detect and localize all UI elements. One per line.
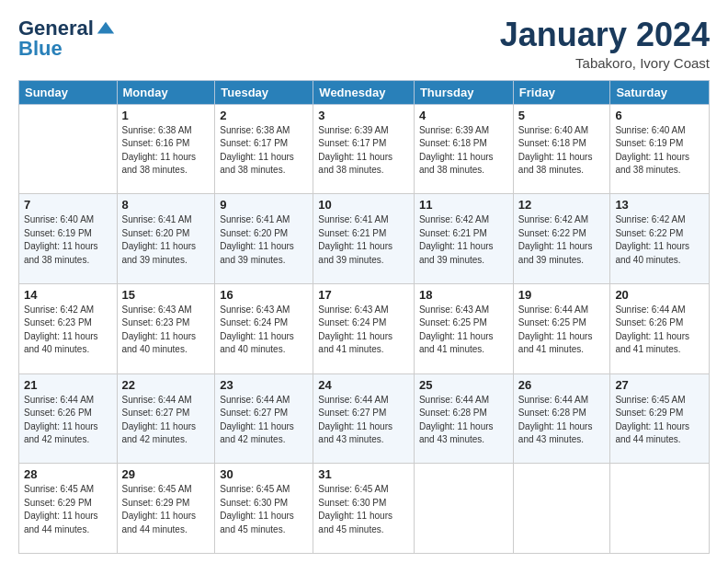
calendar-week-row: 28Sunrise: 6:45 AMSunset: 6:29 PMDayligh… <box>19 464 710 554</box>
calendar-week-row: 7Sunrise: 6:40 AMSunset: 6:19 PMDaylight… <box>19 194 710 284</box>
day-info: Sunrise: 6:44 AMSunset: 6:28 PMDaylight:… <box>419 394 508 447</box>
day-number: 24 <box>318 378 409 392</box>
day-info: Sunrise: 6:45 AMSunset: 6:29 PMDaylight:… <box>122 483 210 536</box>
table-row: 26Sunrise: 6:44 AMSunset: 6:28 PMDayligh… <box>513 373 610 464</box>
table-row: 7Sunrise: 6:40 AMSunset: 6:19 PMDaylight… <box>19 194 118 284</box>
calendar-week-row: 21Sunrise: 6:44 AMSunset: 6:26 PMDayligh… <box>19 373 710 464</box>
day-number: 22 <box>122 378 210 392</box>
day-info: Sunrise: 6:45 AMSunset: 6:30 PMDaylight:… <box>318 483 409 536</box>
table-row: 23Sunrise: 6:44 AMSunset: 6:27 PMDayligh… <box>215 373 313 464</box>
day-info: Sunrise: 6:43 AMSunset: 6:25 PMDaylight:… <box>419 304 508 357</box>
day-info: Sunrise: 6:38 AMSunset: 6:17 PMDaylight:… <box>220 124 308 178</box>
day-number: 23 <box>220 378 308 392</box>
day-info: Sunrise: 6:39 AMSunset: 6:17 PMDaylight:… <box>318 124 409 178</box>
day-info: Sunrise: 6:44 AMSunset: 6:25 PMDaylight:… <box>518 304 606 357</box>
day-info: Sunrise: 6:40 AMSunset: 6:18 PMDaylight:… <box>518 124 606 178</box>
day-number: 29 <box>122 467 210 481</box>
table-row: 1Sunrise: 6:38 AMSunset: 6:16 PMDaylight… <box>117 104 215 194</box>
table-row: 9Sunrise: 6:41 AMSunset: 6:20 PMDaylight… <box>215 194 313 284</box>
day-number: 9 <box>220 198 308 212</box>
table-row: 15Sunrise: 6:43 AMSunset: 6:23 PMDayligh… <box>117 283 215 373</box>
header-wednesday: Wednesday <box>313 80 415 104</box>
table-row: 18Sunrise: 6:43 AMSunset: 6:25 PMDayligh… <box>414 283 513 373</box>
day-info: Sunrise: 6:44 AMSunset: 6:27 PMDaylight:… <box>122 394 210 447</box>
header-friday: Friday <box>513 80 610 104</box>
day-number: 16 <box>220 288 308 302</box>
header-thursday: Thursday <box>414 80 513 104</box>
day-number: 28 <box>24 467 112 481</box>
header-tuesday: Tuesday <box>215 80 313 104</box>
calendar-subtitle: Tabakoro, Ivory Coast <box>500 55 710 71</box>
table-row: 29Sunrise: 6:45 AMSunset: 6:29 PMDayligh… <box>117 464 215 554</box>
day-number: 2 <box>220 109 308 122</box>
table-row: 17Sunrise: 6:43 AMSunset: 6:24 PMDayligh… <box>313 283 415 373</box>
table-row: 19Sunrise: 6:44 AMSunset: 6:25 PMDayligh… <box>513 283 610 373</box>
day-number: 27 <box>615 378 704 392</box>
day-number: 14 <box>24 288 112 302</box>
day-number: 11 <box>419 198 508 212</box>
day-info: Sunrise: 6:44 AMSunset: 6:27 PMDaylight:… <box>318 394 409 447</box>
day-info: Sunrise: 6:40 AMSunset: 6:19 PMDaylight:… <box>615 124 704 178</box>
day-number: 13 <box>615 198 704 212</box>
table-row: 10Sunrise: 6:41 AMSunset: 6:21 PMDayligh… <box>313 194 415 284</box>
day-info: Sunrise: 6:41 AMSunset: 6:20 PMDaylight:… <box>220 213 308 267</box>
table-row <box>19 104 118 194</box>
header-monday: Monday <box>117 80 215 104</box>
page: General Blue January 2024 Tabakoro, Ivor… <box>0 0 728 563</box>
day-info: Sunrise: 6:43 AMSunset: 6:23 PMDaylight:… <box>122 304 210 357</box>
day-number: 4 <box>419 109 508 122</box>
table-row: 14Sunrise: 6:42 AMSunset: 6:23 PMDayligh… <box>19 283 118 373</box>
table-row <box>610 464 710 554</box>
day-info: Sunrise: 6:44 AMSunset: 6:28 PMDaylight:… <box>518 394 606 447</box>
table-row: 21Sunrise: 6:44 AMSunset: 6:26 PMDayligh… <box>19 373 118 464</box>
table-row: 5Sunrise: 6:40 AMSunset: 6:18 PMDaylight… <box>513 104 610 194</box>
day-info: Sunrise: 6:42 AMSunset: 6:22 PMDaylight:… <box>615 213 704 267</box>
table-row: 22Sunrise: 6:44 AMSunset: 6:27 PMDayligh… <box>117 373 215 464</box>
day-info: Sunrise: 6:41 AMSunset: 6:20 PMDaylight:… <box>122 213 210 267</box>
table-row: 27Sunrise: 6:45 AMSunset: 6:29 PMDayligh… <box>610 373 710 464</box>
calendar-week-row: 14Sunrise: 6:42 AMSunset: 6:23 PMDayligh… <box>19 283 710 373</box>
table-row: 3Sunrise: 6:39 AMSunset: 6:17 PMDaylight… <box>313 104 415 194</box>
table-row: 24Sunrise: 6:44 AMSunset: 6:27 PMDayligh… <box>313 373 415 464</box>
table-row: 12Sunrise: 6:42 AMSunset: 6:22 PMDayligh… <box>513 194 610 284</box>
day-info: Sunrise: 6:42 AMSunset: 6:23 PMDaylight:… <box>24 304 112 357</box>
calendar-table: SundayMondayTuesdayWednesdayThursdayFrid… <box>18 80 710 554</box>
table-row: 4Sunrise: 6:39 AMSunset: 6:18 PMDaylight… <box>414 104 513 194</box>
day-number: 6 <box>615 109 704 122</box>
day-info: Sunrise: 6:38 AMSunset: 6:16 PMDaylight:… <box>122 124 210 178</box>
table-row <box>513 464 610 554</box>
day-info: Sunrise: 6:43 AMSunset: 6:24 PMDaylight:… <box>220 304 308 357</box>
logo: General Blue <box>18 17 116 61</box>
logo-icon <box>96 18 116 39</box>
day-number: 12 <box>518 198 606 212</box>
day-number: 21 <box>24 378 112 392</box>
header-sunday: Sunday <box>19 80 118 104</box>
table-row: 2Sunrise: 6:38 AMSunset: 6:17 PMDaylight… <box>215 104 313 194</box>
day-info: Sunrise: 6:39 AMSunset: 6:18 PMDaylight:… <box>419 124 508 178</box>
table-row: 8Sunrise: 6:41 AMSunset: 6:20 PMDaylight… <box>117 194 215 284</box>
day-number: 30 <box>220 467 308 481</box>
table-row <box>414 464 513 554</box>
table-row: 16Sunrise: 6:43 AMSunset: 6:24 PMDayligh… <box>215 283 313 373</box>
day-number: 8 <box>122 198 210 212</box>
table-row: 20Sunrise: 6:44 AMSunset: 6:26 PMDayligh… <box>610 283 710 373</box>
day-number: 20 <box>615 288 704 302</box>
day-info: Sunrise: 6:43 AMSunset: 6:24 PMDaylight:… <box>318 304 409 357</box>
day-number: 15 <box>122 288 210 302</box>
day-number: 19 <box>518 288 606 302</box>
day-number: 26 <box>518 378 606 392</box>
calendar-title: January 2024 <box>500 17 710 53</box>
logo-blue: Blue <box>18 37 63 61</box>
title-block: January 2024 Tabakoro, Ivory Coast <box>500 17 710 71</box>
day-info: Sunrise: 6:45 AMSunset: 6:29 PMDaylight:… <box>24 483 112 536</box>
table-row: 6Sunrise: 6:40 AMSunset: 6:19 PMDaylight… <box>610 104 710 194</box>
day-info: Sunrise: 6:44 AMSunset: 6:26 PMDaylight:… <box>615 304 704 357</box>
day-info: Sunrise: 6:41 AMSunset: 6:21 PMDaylight:… <box>318 213 409 267</box>
day-info: Sunrise: 6:42 AMSunset: 6:22 PMDaylight:… <box>518 213 606 267</box>
day-info: Sunrise: 6:40 AMSunset: 6:19 PMDaylight:… <box>24 213 112 267</box>
table-row: 11Sunrise: 6:42 AMSunset: 6:21 PMDayligh… <box>414 194 513 284</box>
table-row: 30Sunrise: 6:45 AMSunset: 6:30 PMDayligh… <box>215 464 313 554</box>
day-number: 3 <box>318 109 409 122</box>
calendar-header-row: SundayMondayTuesdayWednesdayThursdayFrid… <box>19 80 710 104</box>
day-info: Sunrise: 6:42 AMSunset: 6:21 PMDaylight:… <box>419 213 508 267</box>
